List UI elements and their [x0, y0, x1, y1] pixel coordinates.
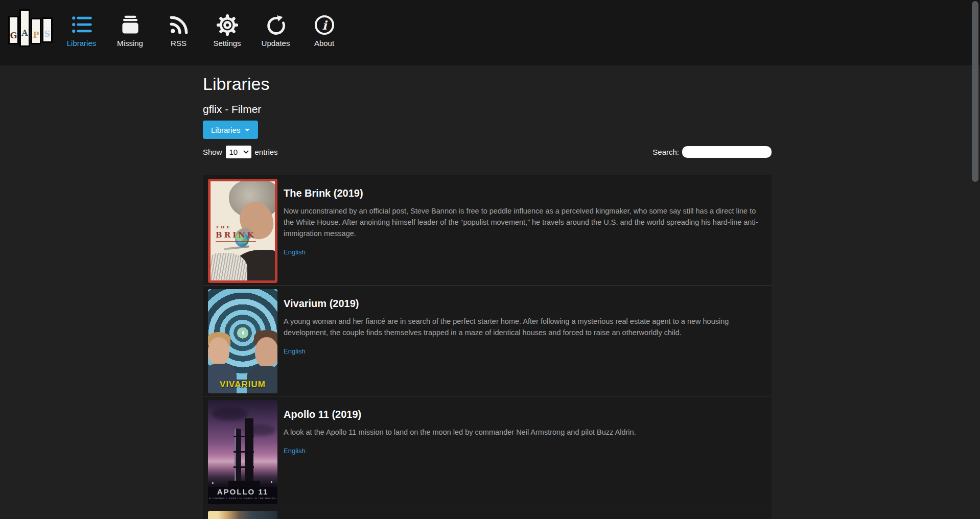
nav-label-settings: Settings: [203, 39, 251, 48]
language-link[interactable]: English: [284, 248, 306, 256]
nav-item-updates[interactable]: Updates: [251, 14, 300, 65]
movie-poster-vivarium: VIVARIUM: [208, 289, 277, 393]
library-subtitle: gflix - Filmer: [203, 103, 772, 115]
main-nav: Libraries Missing: [57, 0, 348, 65]
logo-letter-a: A: [19, 9, 30, 47]
language-link[interactable]: English: [284, 347, 306, 355]
nav-label-libraries: Libraries: [57, 39, 106, 48]
page-title: Libraries: [203, 74, 772, 94]
table-row[interactable]: APOLLO 11 A CINEMATIC EVENT 50 YEARS IN …: [203, 396, 772, 507]
nav-item-about[interactable]: i About: [300, 14, 348, 65]
nav-item-libraries[interactable]: Libraries: [57, 14, 106, 65]
stack-icon: [106, 14, 154, 36]
nav-item-rss[interactable]: RSS: [154, 14, 203, 65]
refresh-icon: [251, 14, 300, 36]
movie-title: Vivarium (2019): [284, 296, 764, 311]
movie-poster-partial: [208, 511, 277, 519]
search-control: Search:: [652, 146, 772, 158]
table-controls: Show 10 entries Search:: [203, 145, 772, 158]
movie-poster-the-brink: THE BRINK: [208, 179, 277, 283]
nav-label-updates: Updates: [251, 39, 300, 48]
main-content: Libraries gflix - Filmer Libraries Show …: [203, 74, 772, 519]
movie-title: The Brink (2019): [284, 186, 764, 200]
scrollbar-thumb[interactable]: [972, 1, 978, 182]
table-row[interactable]: THE BRINK The Brink (2019) Now unconstra…: [203, 175, 772, 285]
movie-description: A young woman and her fiancé are in sear…: [284, 316, 761, 338]
logo-letter-g: G: [8, 16, 19, 44]
nav-label-about: About: [300, 39, 348, 48]
info-icon: i: [300, 14, 348, 36]
table-row[interactable]: [203, 507, 772, 519]
movie-poster-apollo-11: APOLLO 11 A CINEMATIC EVENT 50 YEARS IN …: [208, 400, 277, 504]
logo-letter-s: S: [42, 17, 53, 43]
search-label: Search:: [652, 148, 679, 156]
svg-text:i: i: [322, 18, 328, 33]
movie-title: Apollo 11 (2019): [284, 407, 764, 421]
page-size-control: Show 10 entries: [203, 146, 278, 158]
nav-item-missing[interactable]: Missing: [106, 14, 154, 65]
show-label: Show: [203, 148, 222, 156]
table-row[interactable]: VIVARIUM Vivarium (2019) A young woman a…: [203, 285, 772, 396]
movie-description: A look at the Apollo 11 mission to land …: [284, 427, 761, 438]
gaps-app: G A P S: [0, 0, 980, 519]
list-icon: [57, 14, 106, 36]
chevron-down-icon: [243, 150, 249, 154]
entries-label: entries: [255, 148, 278, 156]
page-size-select[interactable]: 10: [226, 146, 251, 158]
language-link[interactable]: English: [284, 447, 306, 455]
gaps-logo[interactable]: G A P S: [8, 9, 53, 49]
rss-icon: [154, 14, 203, 36]
movies-table: THE BRINK The Brink (2019) Now unconstra…: [203, 175, 772, 519]
libraries-dropdown-button[interactable]: Libraries: [203, 121, 258, 139]
nav-label-missing: Missing: [106, 39, 154, 48]
nav-label-rss: RSS: [154, 39, 203, 48]
top-navbar: G A P S: [0, 0, 980, 65]
gear-icon: [203, 14, 251, 36]
search-input[interactable]: [682, 146, 772, 158]
movie-description: Now unconstrained by an official post, S…: [284, 205, 761, 239]
nav-item-settings[interactable]: Settings: [203, 14, 251, 65]
logo-letter-p: P: [31, 18, 41, 44]
chevron-down-icon: [245, 129, 250, 131]
